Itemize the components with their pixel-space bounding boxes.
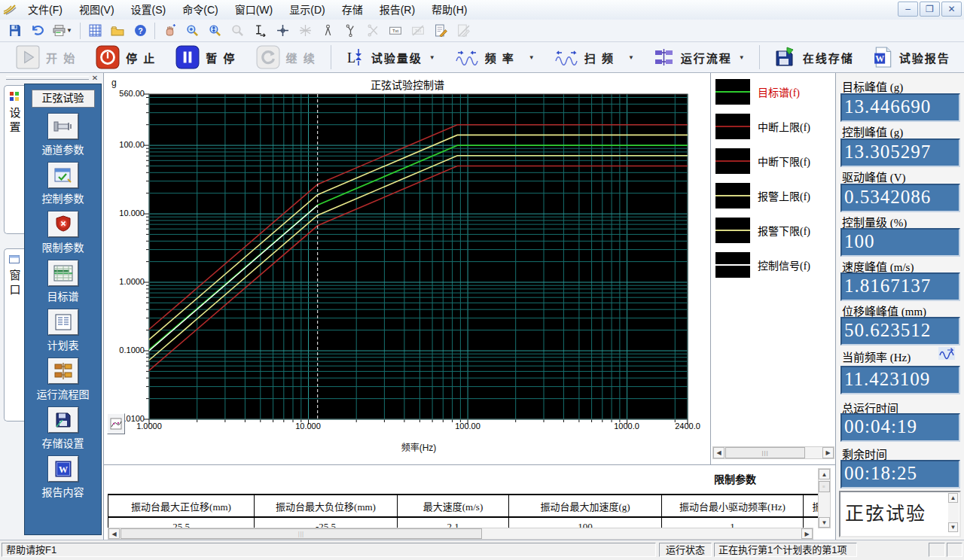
sidebar-item-report-content[interactable]: W 报告内容 — [25, 450, 101, 499]
minimize-button[interactable]: – — [898, 2, 918, 17]
resume-button[interactable]: 继 续 — [246, 42, 326, 72]
text-label-icon[interactable]: Txt — [384, 20, 407, 41]
menu-settings[interactable]: 设置(S) — [123, 1, 175, 20]
delete-note-icon[interactable] — [452, 20, 474, 41]
y-tick: 1.0000 — [105, 277, 145, 286]
save-icon[interactable] — [3, 20, 26, 41]
legend-swatch — [715, 218, 750, 243]
table-h-scrollbar[interactable]: ◀ ||| ▶ — [108, 528, 813, 540]
sidebar-item-control-params[interactable]: 控制参数 — [25, 157, 101, 205]
single-cursor-icon[interactable] — [316, 20, 339, 41]
tab-settings[interactable]: 设置 — [4, 85, 24, 234]
sidebar-grip[interactable] — [6, 76, 89, 80]
scroll-down-icon[interactable]: ▼ — [948, 522, 958, 532]
target-spectrum-icon — [48, 260, 78, 286]
start-button[interactable]: 开 始 — [6, 42, 86, 72]
chart-tool-button[interactable] — [107, 413, 125, 434]
menu-report[interactable]: 报告(R) — [371, 1, 423, 20]
scroll-right-icon[interactable]: ▶ — [801, 528, 813, 539]
pause-button[interactable]: 暂 停 — [166, 42, 246, 72]
control-level-value: 100 — [840, 228, 960, 257]
print-dropdown-arrow-icon[interactable]: ▼ — [66, 27, 72, 34]
open-curve-icon[interactable] — [106, 20, 129, 41]
menu-window[interactable]: 窗口(W) — [227, 1, 282, 20]
x-tick: 100.00 — [444, 422, 491, 431]
legend-item-control-signal[interactable]: 控制信号(f) — [715, 252, 810, 278]
menu-command[interactable]: 命令(C) — [174, 1, 226, 20]
legend-item-abort-lower[interactable]: 中断下限(f) — [715, 148, 810, 174]
frequency-dropdown[interactable]: 频 率▼ — [445, 42, 545, 72]
scroll-thumb[interactable]: ≡ — [819, 481, 830, 492]
menu-display[interactable]: 显示(D) — [281, 1, 333, 20]
run-flow-icon — [654, 47, 675, 67]
scroll-up-icon[interactable]: ▲ — [819, 469, 830, 479]
test-level-dropdown[interactable]: L 试验量级▼ — [336, 42, 445, 72]
sidebar-item-target-spectrum[interactable]: 目标谱 — [25, 254, 101, 303]
test-name-scrollbar[interactable]: ▲ ▼ — [948, 493, 959, 532]
tab-window[interactable]: 窗口 — [4, 248, 24, 422]
y-tick: 100.00 — [105, 140, 145, 149]
scroll-thumb[interactable]: ||| — [725, 447, 805, 458]
sidebar-item-limit-params[interactable]: 限制参数 — [25, 205, 101, 254]
stop-button[interactable]: 停 止 — [86, 42, 166, 72]
legend-item-abort-upper[interactable]: 中断上限(f) — [715, 114, 810, 139]
run-state-label: 运行状态 — [659, 543, 712, 557]
status-cell-2 — [947, 543, 962, 557]
grid-display-icon[interactable] — [84, 20, 106, 41]
tool-bar: ▼ ? Txt Txt — [0, 20, 964, 42]
measure-icon[interactable] — [249, 20, 271, 41]
test-report-icon: W — [874, 47, 893, 68]
mini-plot-icon — [110, 418, 122, 430]
legend-panel: 目标谱(f) 中断上限(f) 中断下限(f) 报警上限(f) 报警下限(f) 控… — [710, 73, 835, 464]
test-report-button[interactable]: W 试验报告 — [864, 42, 960, 72]
menu-storage[interactable]: 存储 — [334, 1, 371, 20]
sweep-dropdown[interactable]: 扫 频▼ — [545, 42, 644, 72]
legend-item-alarm-upper[interactable]: 报警上限(f) — [715, 183, 810, 208]
sidebar-item-storage-settings[interactable]: 存储设置 — [25, 401, 101, 450]
zoom-vertical-icon[interactable] — [203, 20, 226, 41]
scroll-left-icon[interactable]: ◀ — [108, 528, 120, 539]
sidebar-item-channel-params[interactable]: 通道参数 — [25, 108, 101, 157]
help-icon[interactable]: ? — [129, 20, 151, 41]
crosshair-icon[interactable] — [271, 20, 294, 41]
menu-view[interactable]: 视图(V) — [71, 1, 123, 20]
sidebar-item-schedule[interactable]: 计划表 — [25, 303, 101, 352]
window-tab-icon — [9, 255, 20, 263]
undo-icon[interactable] — [26, 20, 48, 41]
scroll-down-icon[interactable]: ▼ — [819, 517, 830, 528]
readout-label: 位移峰峰值 (mm) — [842, 303, 926, 318]
legend-item-target[interactable]: 目标谱(f) — [715, 79, 800, 105]
pan-hand-icon[interactable] — [158, 20, 181, 41]
status-bar: 帮助请按F1 运行状态 正在执行第1个计划表的第1项 — [0, 540, 964, 560]
double-cursor-icon[interactable] — [339, 20, 362, 41]
remaining-time-value: 00:18:25 — [840, 460, 960, 488]
delete-text-label-icon[interactable]: Txt — [407, 20, 429, 41]
restore-button[interactable]: ❐ — [920, 2, 940, 17]
zoom-in-icon[interactable] — [181, 20, 203, 41]
legend-swatch — [715, 148, 750, 174]
scroll-up-icon[interactable]: ▲ — [948, 493, 958, 503]
zoom-reset-icon[interactable] — [226, 20, 249, 41]
menu-help[interactable]: 帮助(H) — [423, 1, 475, 20]
menu-file[interactable]: 文件(F) — [20, 1, 71, 20]
edit-note-icon[interactable] — [429, 20, 452, 41]
online-store-button[interactable]: 在线存储 — [764, 42, 864, 72]
run-flow-dropdown[interactable]: 运行流程▼ — [644, 42, 755, 72]
sidebar-close-icon[interactable]: ✕ — [90, 73, 100, 83]
scroll-right-icon[interactable]: ▶ — [822, 447, 834, 458]
scroll-thumb[interactable]: ||| — [120, 528, 482, 539]
frequency-wave-icon[interactable] — [938, 347, 955, 363]
table-v-scrollbar[interactable]: ▲ ≡ ▼ — [818, 468, 831, 528]
legend-item-alarm-lower[interactable]: 报警下限(f) — [715, 218, 810, 243]
schedule-icon — [48, 309, 78, 335]
legend-h-scrollbar[interactable]: ◀ ||| ▶ — [712, 446, 834, 459]
x-tick: 1.0000 — [126, 422, 172, 431]
x-axis-label: 频率(Hz) — [381, 440, 456, 453]
delete-cursor-icon[interactable] — [362, 20, 384, 41]
marker-star-icon[interactable] — [294, 20, 316, 41]
displacement-peak-value: 50.623512 — [840, 317, 960, 345]
close-button[interactable]: ✕ — [941, 2, 962, 17]
scroll-left-icon[interactable]: ◀ — [713, 447, 725, 458]
sidebar-item-run-flowchart[interactable]: 运行流程图 — [25, 352, 101, 401]
print-icon[interactable]: ▼ — [48, 20, 77, 41]
